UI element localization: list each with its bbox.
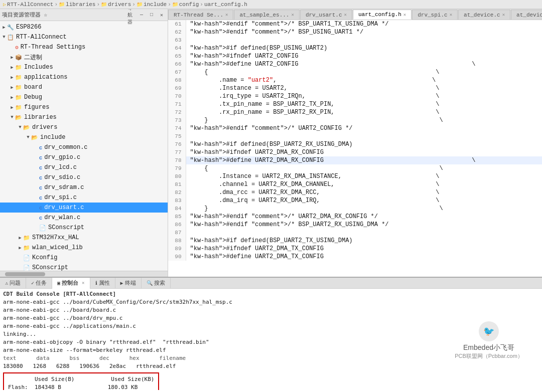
- code-content[interactable]: .name = "uart2", \: [186, 76, 542, 84]
- tree-item-wlan_wiced_lib[interactable]: 📁wlan_wiced_lib: [0, 243, 168, 253]
- tree-item-drv_common.c[interactable]: cdrv_common.c: [0, 142, 168, 152]
- tree-arrow[interactable]: [9, 84, 15, 90]
- editor-tab-at_device_es2[interactable]: at_device_es...✕: [511, 10, 542, 20]
- tree-item-binary[interactable]: 📦二进制: [0, 52, 168, 62]
- tab-close-btn[interactable]: ✕: [450, 12, 452, 18]
- bottom-tab-search[interactable]: 🔍搜索: [142, 278, 171, 289]
- tree-arrow[interactable]: [9, 64, 15, 70]
- editor-area[interactable]: 61"kw-hash">#endif "comment">/* BSP_UART…: [168, 20, 542, 277]
- tree-item-drv_usart.c[interactable]: cdrv_usart.c: [0, 203, 168, 213]
- breadcrumb-item[interactable]: include: [144, 2, 167, 8]
- code-content[interactable]: "kw-hash">#endif "comment">/* BSP_UART2_…: [186, 221, 542, 229]
- tree-item-debug[interactable]: 📁Debug: [0, 92, 168, 102]
- code-content[interactable]: "kw-hash">#ifndef UART2_CONFIG: [186, 52, 542, 60]
- code-content[interactable]: [186, 36, 542, 44]
- tree-hscroll-thumb[interactable]: [5, 272, 45, 276]
- code-content[interactable]: .channel = UART2_RX_DMA_CHANNEL, \: [186, 180, 542, 188]
- breadcrumb-item[interactable]: libraries: [66, 2, 95, 8]
- bottom-tab-close[interactable]: ✕: [82, 280, 84, 286]
- breadcrumb-item[interactable]: config: [179, 2, 199, 8]
- tab-close-btn[interactable]: ✕: [225, 12, 228, 18]
- tree-hscroll[interactable]: [0, 271, 168, 277]
- tree-arrow[interactable]: [9, 94, 15, 100]
- minimize-icon[interactable]: —: [138, 11, 146, 19]
- tree-item-drv_gpio.c[interactable]: cdrv_gpio.c: [0, 152, 168, 162]
- panel-nav-btn[interactable]: 导航器: [127, 11, 136, 19]
- tree-arrow[interactable]: [9, 104, 15, 110]
- code-content[interactable]: "kw-hash">#endif "comment">/* BSP_UART1_…: [186, 20, 542, 28]
- code-content[interactable]: "kw-hash">#endif "comment">/* UART2_DMA_…: [186, 213, 542, 221]
- tab-close-btn[interactable]: ✕: [502, 12, 505, 18]
- breadcrumb-item[interactable]: RTT-AllConnect: [7, 2, 53, 8]
- code-content[interactable]: .Instance = UART2_RX_DMA_INSTANCE, \: [186, 172, 542, 180]
- tree-item-drv_lcd.c[interactable]: cdrv_lcd.c: [0, 162, 168, 172]
- file-tree[interactable]: 🔧ESP8266📋RTT-AllConnect⚙RT-Thread Settin…: [0, 21, 168, 271]
- tree-arrow[interactable]: [17, 235, 23, 241]
- code-content[interactable]: "kw-hash">#if defined(BSP_USING_UART2): [186, 44, 542, 52]
- code-content[interactable]: .tx_pin_name = BSP_UART2_TX_PIN, \: [186, 100, 542, 108]
- tree-arrow[interactable]: [17, 245, 23, 251]
- bottom-tab-tasks[interactable]: ✓任务: [26, 278, 52, 289]
- code-content[interactable]: .dma_rcc = UART2_RX_DMA_RCC, \: [186, 188, 542, 197]
- tree-arrow[interactable]: [1, 24, 7, 30]
- tree-arrow[interactable]: [9, 114, 15, 120]
- code-content[interactable]: } \: [186, 205, 542, 213]
- tree-arrow[interactable]: [9, 54, 15, 60]
- tree-item-includes[interactable]: 📁Includes: [0, 62, 168, 72]
- code-content[interactable]: [186, 229, 542, 237]
- tree-arrow[interactable]: [9, 74, 15, 80]
- tree-item-SConscript[interactable]: 📄SConscript: [0, 223, 168, 233]
- tree-item-applications[interactable]: 📁applications: [0, 72, 168, 82]
- code-content[interactable]: { \: [186, 164, 542, 172]
- tree-item-stm32h7xx_hal[interactable]: 📁STM32H7xx_HAL: [0, 233, 168, 243]
- tree-item-drv_spi.c[interactable]: cdrv_spi.c: [0, 192, 168, 203]
- code-content[interactable]: .Instance = USART2, \: [186, 84, 542, 92]
- close-icon[interactable]: ✕: [158, 11, 166, 19]
- breadcrumb-item[interactable]: drivers: [108, 2, 131, 8]
- tree-item-drv_wlan.c[interactable]: cdrv_wlan.c: [0, 213, 168, 223]
- editor-tab-at_device.c[interactable]: at_device.c✕: [458, 10, 510, 20]
- tree-item-rtt-allconnect[interactable]: 📋RTT-AllConnect: [0, 32, 168, 42]
- code-content[interactable]: .rx_pin_name = BSP_UART2_RX_PIN, \: [186, 108, 542, 116]
- tab-close-btn[interactable]: ✕: [344, 12, 347, 18]
- code-content[interactable]: } \: [186, 116, 542, 124]
- code-content[interactable]: "kw-hash">#define UART2_DMA_RX_CONFIG \: [186, 156, 542, 164]
- code-content[interactable]: .dma_irq = UART2_RX_DMA_IRQ, \: [186, 197, 542, 205]
- breadcrumb-item[interactable]: uart_config.h: [204, 2, 247, 8]
- tab-close-btn[interactable]: ✕: [291, 12, 294, 18]
- bottom-tab-terminal[interactable]: ▶终端: [115, 278, 142, 289]
- code-content[interactable]: "kw-hash">#endif "comment">/* BSP_USING_…: [186, 28, 542, 36]
- editor-tab-drv_usart.c[interactable]: drv_usart.c✕: [300, 10, 352, 20]
- code-content[interactable]: [186, 132, 542, 140]
- tree-item-drv_sdio.c[interactable]: cdrv_sdio.c: [0, 172, 168, 182]
- bottom-tab-properties[interactable]: ℹ属性: [90, 278, 115, 289]
- code-content[interactable]: { \: [186, 68, 542, 76]
- bottom-tab-problems[interactable]: ⚠问题: [0, 278, 26, 289]
- tree-item-board[interactable]: 📁board: [0, 82, 168, 92]
- tree-item-figures[interactable]: 📁figures: [0, 102, 168, 112]
- tree-item-esp8266[interactable]: 🔧ESP8266: [0, 22, 168, 32]
- tab-close-btn[interactable]: ✕: [403, 12, 406, 18]
- code-content[interactable]: "kw-hash">#define UART2_DMA_TX_CONFIG: [186, 253, 542, 261]
- code-content[interactable]: "kw-hash">#if defined(BSP_UART2_TX_USING…: [186, 237, 542, 245]
- code-content[interactable]: "kw-hash">#endif "comment">/* UART2_CONF…: [186, 124, 542, 132]
- tree-arrow[interactable]: [1, 34, 7, 40]
- maximize-icon[interactable]: □: [148, 11, 156, 19]
- editor-tab-drv_spi.c[interactable]: drv_spi.c✕: [412, 10, 458, 20]
- code-content[interactable]: .irq_type = USART2_IRQn, \: [186, 92, 542, 100]
- tree-arrow[interactable]: [17, 124, 23, 130]
- tree-item-drivers[interactable]: 📂drivers: [0, 122, 168, 132]
- tree-item-libraries[interactable]: 📂libraries: [0, 112, 168, 122]
- tree-item-sconscript2[interactable]: 📄SConscript: [0, 263, 168, 271]
- editor-tab-rt-thread-se[interactable]: RT-Thread Se...✕: [168, 10, 233, 20]
- code-content[interactable]: "kw-hash">#if defined(BSP_UART2_RX_USING…: [186, 140, 542, 148]
- bottom-tab-console[interactable]: ▣控制台✕: [52, 278, 90, 289]
- tree-item-kconfig[interactable]: 📄Kconfig: [0, 253, 168, 263]
- tree-item-include[interactable]: 📂include: [0, 132, 168, 142]
- code-content[interactable]: "kw-hash">#ifndef UART2_DMA_TX_CONFIG: [186, 245, 542, 253]
- editor-tab-at_sample_es[interactable]: at_sample_es...✕: [234, 10, 299, 20]
- tree-item-drv_sdram.c[interactable]: cdrv_sdram.c: [0, 182, 168, 192]
- tree-arrow[interactable]: [25, 134, 31, 140]
- editor-tab-uart_config.h[interactable]: uart_config.h✕: [353, 10, 412, 20]
- tree-item-rt-thread-settings[interactable]: ⚙RT-Thread Settings: [0, 42, 168, 52]
